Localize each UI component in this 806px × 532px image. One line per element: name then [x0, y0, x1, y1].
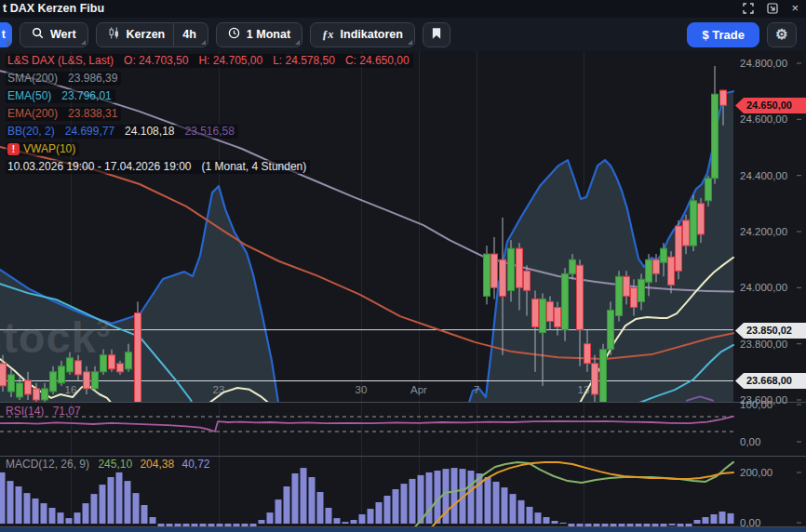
gear-icon: ⚙ [775, 26, 787, 43]
kerzen-interval-button[interactable]: Kerzen 4h [96, 22, 208, 47]
indicators-label: Indikatoren [341, 28, 403, 41]
svg-text:100,00: 100,00 [740, 399, 772, 410]
candlestick-icon [108, 27, 120, 42]
legend-row-instrument[interactable]: L&S DAX (L&S, Last) O: 24.703,50 H: 24.7… [6, 54, 413, 68]
svg-text:24.000,00: 24.000,00 [740, 282, 787, 293]
popout-icon[interactable] [767, 3, 778, 14]
corner-fold [5, 40, 9, 45]
legend-row-daterange: 10.03.2026 19:00 - 17.04.2026 19:00 (1 M… [6, 160, 413, 174]
bookmark-icon [432, 28, 441, 42]
svg-text:7: 7 [474, 384, 479, 395]
corner-fold [295, 40, 300, 45]
svg-text:0,00: 0,00 [740, 436, 760, 447]
price-level-tag-2[interactable]: 23.668,00 [735, 373, 806, 389]
legend-row-vwap[interactable]: ! VWAP(10) [6, 142, 413, 156]
instrument-name: L&S DAX (L&S, Last) [7, 55, 114, 67]
macd-pane-label[interactable]: MACD(12, 26, 9) 245,10 204,38 40,72 [6, 458, 210, 471]
range-label: 1 Monat [247, 28, 290, 41]
svg-text:30: 30 [356, 384, 368, 395]
corner-fold [201, 40, 206, 45]
clipped-left-button[interactable]: t [0, 22, 12, 47]
close-icon[interactable]: × [791, 3, 799, 14]
price-level-tag-1[interactable]: 23.850,02 [735, 323, 806, 339]
fullscreen-icon[interactable] [743, 3, 754, 14]
svg-text:24.200,00: 24.200,00 [740, 226, 787, 237]
wert-label: Wert [50, 28, 76, 41]
corner-fold [408, 40, 412, 45]
warning-icon: ! [7, 143, 20, 155]
interval-label[interactable]: 4h [182, 28, 196, 41]
ohlc-high: H: 24.705,00 [198, 55, 262, 67]
ohlc-low: L: 24.578,50 [273, 55, 335, 67]
bookmark-button[interactable] [423, 22, 450, 47]
macd-signal-value: 204,38 [140, 458, 174, 471]
rsi-value: 71,07 [53, 405, 81, 418]
search-icon [32, 27, 44, 42]
trade-label: $ Trade [702, 28, 745, 42]
toolbar: t Wert Kerzen 4h 1 Monat ƒx Indikatoren [0, 18, 806, 51]
rsi-pane-label[interactable]: RSI(14) 71,07 [6, 405, 81, 418]
legend-row-ema50[interactable]: EMA(50) 23.796,01 [6, 89, 413, 103]
legend-row-ema200[interactable]: EMA(200) 23.838,31 [6, 107, 413, 121]
range-button[interactable]: 1 Monat [216, 22, 302, 47]
chart-area: 162330Apr71324.800,0024.600,0024.400,002… [0, 51, 806, 528]
kerzen-label: Kerzen [127, 28, 166, 41]
bottom-window-edge [0, 527, 806, 532]
window-title: t DAX Kerzen Fibu [3, 2, 104, 15]
fx-icon: ƒx [322, 28, 334, 42]
macd-value: 245,10 [98, 458, 132, 471]
trade-button[interactable]: $ Trade [687, 22, 759, 47]
legend-row-bb[interactable]: BB(20, 2) 24.699,77 24.108,18 23.516,58 [6, 125, 413, 139]
chart-legend: L&S DAX (L&S, Last) O: 24.703,50 H: 24.7… [6, 54, 413, 178]
legend-row-sma200[interactable]: SMA(200) 23.986,39 [6, 72, 413, 86]
timeframe-label: (1 Monat, 4 Stunden) [202, 161, 307, 173]
settings-button[interactable]: ⚙ [767, 22, 797, 47]
corner-fold [81, 40, 86, 45]
titlebar: t DAX Kerzen Fibu × [0, 0, 806, 18]
clock-icon [228, 27, 240, 42]
svg-text:24.600,00: 24.600,00 [740, 113, 787, 125]
svg-text:23.800,00: 23.800,00 [740, 339, 787, 350]
svg-text:Apr: Apr [410, 384, 427, 395]
last-price-tag: 24.650,00 [735, 98, 806, 113]
wert-button[interactable]: Wert [20, 22, 88, 47]
date-range: 10.03.2026 19:00 - 17.04.2026 19:00 [7, 161, 192, 173]
divider [173, 23, 174, 47]
svg-text:200,00: 200,00 [740, 467, 772, 478]
indicators-button[interactable]: ƒx Indikatoren [310, 22, 415, 47]
macd-hist-value: 40,72 [181, 458, 209, 471]
svg-text:24.800,00: 24.800,00 [740, 58, 787, 69]
svg-text:24.400,00: 24.400,00 [740, 170, 787, 181]
ohlc-open: O: 24.703,50 [124, 55, 188, 67]
ohlc-close: C: 24.650,00 [345, 55, 410, 67]
